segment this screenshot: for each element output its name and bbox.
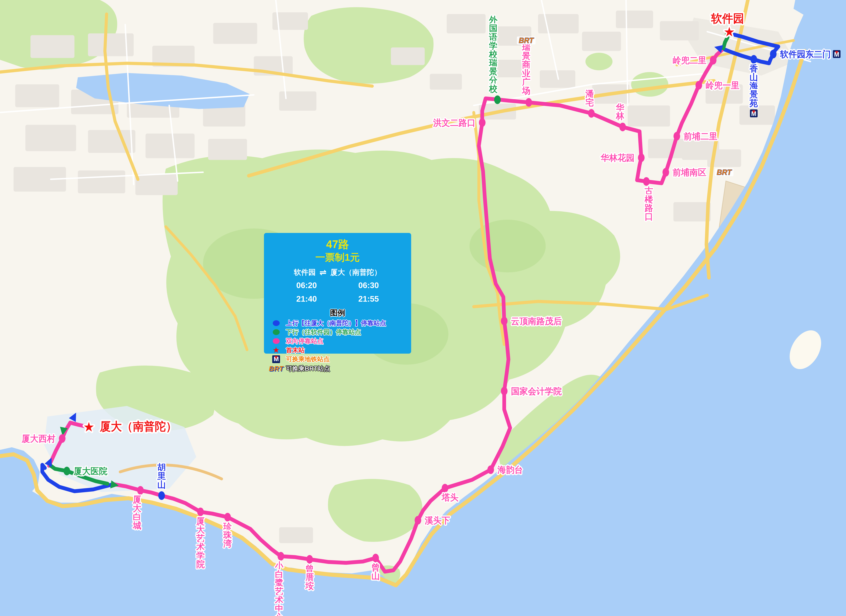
terminal-star: ★ [83,420,94,434]
terminal-star-icon: ★ [273,347,280,354]
station-label: 软件园东二门 [780,49,831,59]
station-dot [488,465,494,474]
station-label: 洪文二路口 [433,118,476,128]
bus-route-map-page: ★软件园软件园东二门香山海景苑岭兜二里岭兜一里前埔二里前埔南区古楼路口华林花园华… [0,0,846,616]
station-label: 华林花园 [601,153,634,163]
station-label: 岭兜一里 [706,81,739,90]
terminal-star: ★ [724,25,735,39]
station-dot [501,387,508,395]
legend: 上行【往厦大（南普陀）】停靠站点 下行（往软件园）停靠站点 双向停靠站点 ★ 首… [270,319,405,373]
station-dot [64,467,70,475]
left-first-time: 06:20 [296,281,317,290]
station-dot [59,434,66,443]
station-dot [415,516,421,525]
legend-row-bidirectional: 双向停靠站点 [270,337,405,345]
station-label: 香山海景苑 [749,64,758,108]
legend-title: 图例 [330,308,345,318]
station-dot [710,56,717,65]
station-dot [372,554,379,562]
bidirectional-stop-dot-icon [273,338,280,344]
station-label: 古楼路口 [644,186,653,222]
station-label: 瑞景商业广场 [521,43,530,96]
left-last-time: 21:40 [296,294,317,303]
station-label: 外国语学校瑞景分校 [489,15,498,94]
station-label: 华林 [615,103,624,121]
down-stop-dot-icon [273,329,280,335]
station-label: 厦大西村 [22,434,56,444]
legend-label: 上行【往厦大（南普陀）】停靠站点 [286,319,386,327]
station-dot [306,555,313,564]
station-label: 云顶南路茂后 [511,316,562,326]
station-label: 曾山 [372,562,380,581]
legend-row-terminal: ★ 首末站 [270,346,405,354]
legend-label: 可换乘地铁站点 [286,355,330,363]
route-map-svg[interactable]: ★软件园软件园东二门香山海景苑岭兜二里岭兜一里前埔二里前埔南区古楼路口华林花园华… [0,0,846,616]
station-label: 国家会计学院 [511,386,562,396]
station-dot [620,123,626,131]
station-label: 软件园 [711,12,744,25]
brt-transfer-icon: BRT [269,364,283,373]
station-dot [751,55,757,64]
legend-row-downbound: 下行（往软件园）停靠站点 [270,328,405,336]
terminus-left: 软件园 [294,268,316,277]
up-stop-dot-icon [273,320,280,326]
station-dot [278,552,284,561]
station-dot [197,507,204,516]
station-dot [224,513,231,522]
station-dot [137,486,144,495]
legend-row-metro: M 可换乘地铁站点 [270,355,405,363]
station-label: 胡里山 [157,462,166,490]
station-dot [159,491,165,500]
legend-row-brt: BRT 可换乘BRT站点 [270,364,405,373]
station-label: 前埔南区 [673,168,706,177]
station-dot [588,109,595,118]
station-label: 厦大白城 [132,495,141,530]
first-last-times: 06:20 21:40 06:30 21:55 [280,281,395,303]
legend-row-upbound: 上行【往厦大（南普陀）】停靠站点 [270,319,405,327]
route-fare: 一票制1元 [316,251,360,264]
station-dot [674,132,680,141]
route-endpoints: 软件园 ⇌ 厦大（南普陀） [294,268,381,277]
station-dot [662,168,669,176]
station-dot [638,153,645,162]
station-dot [770,50,777,59]
station-dot [501,317,508,325]
station-label: 溪头下 [424,516,450,525]
station-label: 前埔二里 [683,131,717,141]
station-dot [643,177,650,186]
brt-icon: BRT [717,168,732,176]
station-dot [479,118,486,127]
station-dot [442,484,448,493]
station-label: 厦大医院 [73,466,107,476]
legend-label: 双向停靠站点 [286,337,323,345]
station-label: 厦大艺术学院 [196,516,205,569]
legend-label: 下行（往软件园）停靠站点 [286,328,361,336]
route-number: 47路 [326,238,349,251]
brt-icon: BRT [519,36,534,45]
legend-label: 可换乘BRT站点 [286,365,330,373]
station-dot [526,98,532,107]
station-label: 小白鹭艺术中心 [275,561,283,616]
station-label: 厦大（南普陀） [100,420,177,432]
right-last-time: 21:55 [358,294,379,303]
metro-transfer-icon: M [272,355,280,363]
station-label: 岭兜二里 [673,55,706,65]
station-label: 珍珠湾 [223,522,232,548]
right-first-time: 06:30 [358,281,379,290]
legend-label: 首末站 [286,346,305,354]
station-label: 塔头 [441,493,458,503]
station-label: 曾厝垵 [305,564,314,591]
station-dot [494,96,501,104]
station-label: 潘宅 [585,89,594,107]
station-label: 海韵台 [497,465,523,475]
station-dot [696,81,702,90]
terminus-right: 厦大（南普陀） [330,268,381,277]
route-info-panel: 47路 一票制1元 软件园 ⇌ 厦大（南普陀） 06:20 21:40 06:3… [264,233,411,354]
both-directions-arrow-icon: ⇌ [319,268,326,277]
